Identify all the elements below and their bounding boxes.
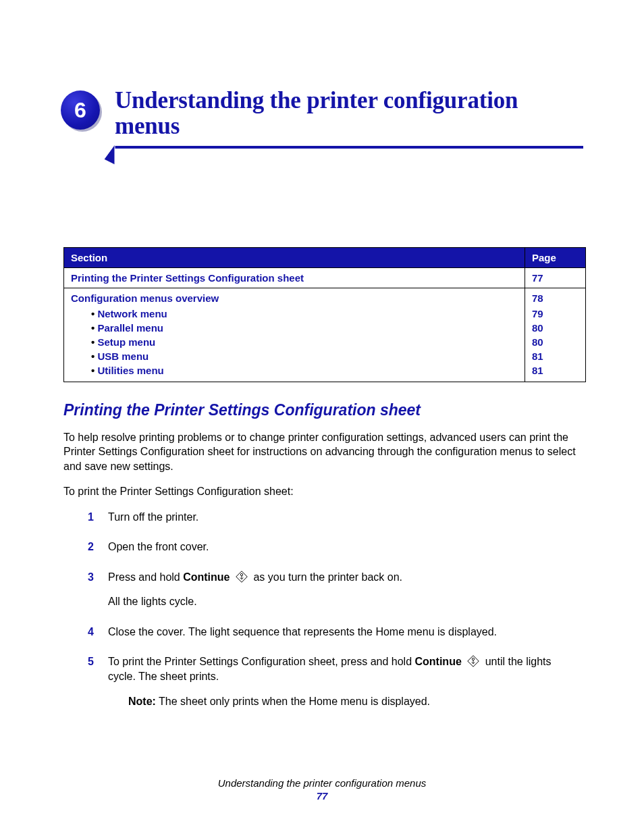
toc-page[interactable]: 77	[525, 267, 586, 288]
toc-header-section: Section	[64, 247, 525, 267]
svg-point-0	[240, 573, 242, 575]
table-row: Printing the Printer Settings Configurat…	[64, 267, 586, 288]
toc-page[interactable]: 81	[532, 349, 579, 363]
chapter-divider	[61, 146, 583, 173]
list-item: Turn off the printer.	[88, 510, 581, 540]
toc-link[interactable]: Parallel menu	[71, 321, 518, 335]
note-text: The sheet only prints when the Home menu…	[156, 696, 430, 707]
table-row: Configuration menus overview Network men…	[64, 288, 586, 382]
step-text: Press and hold	[108, 571, 183, 583]
toc-link[interactable]: Setup menu	[71, 335, 518, 349]
steps-list: Turn off the printer. Open the front cov…	[88, 510, 581, 724]
footer-page-number: 77	[0, 790, 644, 802]
toc-link[interactable]: Utilities menu	[71, 363, 518, 377]
list-item: Close the cover. The light sequence that…	[88, 625, 581, 654]
step-text: Turn off the printer.	[108, 511, 198, 523]
toc-page[interactable]: 80	[532, 321, 579, 335]
toc-page[interactable]: 81	[532, 363, 579, 377]
toc-link[interactable]: Network menu	[71, 307, 518, 321]
note-label: Note:	[128, 696, 156, 707]
toc-table: Section Page Printing the Printer Settin…	[63, 247, 586, 382]
chapter-number-badge: 6	[61, 90, 103, 132]
list-item: To print the Printer Settings Configurat…	[88, 654, 581, 724]
toc-header-row: Section Page	[64, 247, 586, 267]
page-footer: Understanding the printer configuration …	[0, 777, 644, 802]
toc-link[interactable]: Printing the Printer Settings Configurat…	[64, 267, 525, 288]
continue-diamond-icon	[467, 655, 479, 667]
intro-paragraph: To help resolve printing problems or to …	[63, 430, 581, 474]
step-text: Open the front cover.	[108, 541, 209, 552]
toc-page[interactable]: 80	[532, 335, 579, 349]
toc-link[interactable]: USB menu	[71, 349, 518, 363]
section-heading: Printing the Printer Settings Configurat…	[63, 401, 581, 419]
toc-link[interactable]: Configuration menus overview	[71, 292, 518, 307]
list-item: Open the front cover.	[88, 540, 581, 569]
continue-label: Continue	[414, 656, 461, 667]
toc-header-page: Page	[525, 247, 586, 267]
continue-diamond-icon	[236, 571, 248, 583]
lead-paragraph: To print the Printer Settings Configurat…	[63, 484, 581, 499]
chapter-header: 6 Understanding the printer configuratio…	[61, 88, 583, 139]
note: Note: The sheet only prints when the Hom…	[128, 694, 581, 709]
step-text: as you turn the printer back on.	[253, 571, 402, 583]
step-text: Close the cover. The light sequence that…	[108, 626, 497, 637]
chapter-tick-icon	[104, 145, 124, 166]
svg-point-1	[473, 658, 475, 660]
toc-page[interactable]: 78	[532, 292, 579, 307]
step-text: To print the Printer Settings Configurat…	[108, 656, 414, 667]
footer-title: Understanding the printer configuration …	[0, 777, 644, 789]
toc-page[interactable]: 79	[532, 307, 579, 321]
chapter-number: 6	[61, 90, 100, 130]
chapter-title: Understanding the printer configuration …	[115, 88, 583, 139]
list-item: Press and hold Continue as you turn the …	[88, 570, 581, 625]
step-subtext: All the lights cycle.	[108, 594, 581, 609]
continue-label: Continue	[183, 571, 230, 583]
